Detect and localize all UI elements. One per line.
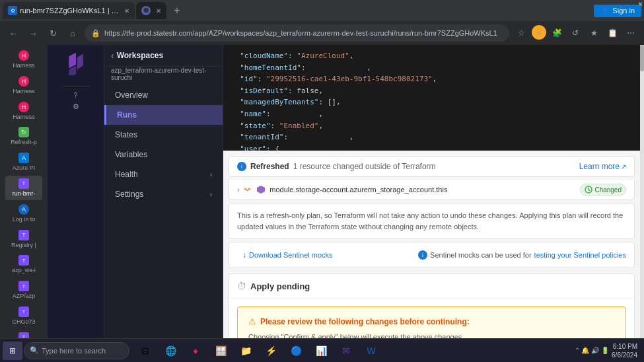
nav-variables[interactable]: Variables (104, 145, 223, 164)
tab2-close-btn[interactable]: ✕ (156, 7, 161, 15)
sidebar-harness1[interactable]: H Harness ✕ (5, 48, 42, 72)
taskbar-app-view[interactable]: ⊟ (133, 342, 157, 360)
azpazp-icon: T (18, 332, 29, 338)
reload-btn[interactable]: ↻ (45, 25, 61, 41)
harness3-icon: H (18, 102, 29, 112)
sidebar-loginto1[interactable]: A Log in to ✕ (5, 201, 42, 226)
learn-more-link[interactable]: Learn more ↗ (579, 162, 626, 171)
taskbar-app-4[interactable]: 🪟 (209, 342, 233, 360)
extensions-icon[interactable]: 🧩 (549, 25, 565, 41)
sidebar-hcp[interactable]: T AZP/azp ✕ (5, 278, 42, 303)
sidebar-harness2[interactable]: H Harness ✕ (5, 73, 42, 98)
taskbar-tray: ⌃ 🔔 🔊 🔋 6:10 PM 6/6/2024 (571, 342, 641, 359)
refresh-page-icon[interactable]: ↺ (567, 25, 583, 41)
apply-clock-icon: ⏱ (237, 281, 246, 291)
taskbar-datetime: 6:10 PM 6/6/2024 (612, 342, 637, 359)
tab-favicon: ⚙ (8, 6, 17, 15)
sidebar-refresh[interactable]: ↻ Refresh-p ✕ (5, 124, 42, 149)
sidebar-run-bmr[interactable]: T run-bmr- ✕ (5, 176, 42, 200)
registry-label: Registry | (11, 242, 36, 249)
bookmark-icon[interactable]: ☆ (513, 25, 529, 41)
left-nav-panel: ‹ Workspaces azp_terraform-azurerm-dev-t… (104, 45, 223, 338)
help-icon-area[interactable]: ? (74, 92, 78, 100)
taskbar-app-3[interactable]: ♦ (184, 342, 207, 360)
more-btn[interactable]: ⋯ (623, 25, 639, 41)
nav-overview[interactable]: Overview (104, 85, 223, 105)
left-nav-header: ‹ Workspaces (104, 45, 223, 67)
changed-row: › module.storage-account.azurerm_storage… (229, 180, 635, 200)
browser-toolbar: ← → ↻ ⌂ 🔒 https://tfe-prod.statestr.com/… (0, 21, 644, 45)
sentinel-info-icon: i (418, 250, 427, 260)
download-sentinel-btn[interactable]: ↓ Download Sentinel mocks (237, 248, 338, 262)
sidebar-registry[interactable]: T Registry | ✕ (5, 227, 42, 252)
changed-left: › module.storage-account.azurerm_storage… (237, 185, 447, 194)
new-tab-btn[interactable]: + (169, 3, 185, 18)
workspace-back-btn[interactable]: ‹ (111, 50, 114, 61)
sidebar-azure-pi[interactable]: A Azure PI ✕ (5, 150, 42, 174)
address-text: https://tfe-prod.statestr.com/app/AZP/wo… (104, 29, 497, 37)
sentinel-link[interactable]: testing your Sentinel policies (534, 251, 626, 259)
warning-box: ⚠ Please review the following changes be… (237, 307, 626, 338)
code-line-6: "name": , (231, 108, 632, 120)
taskbar-search[interactable]: 🔍 Type here to search (24, 342, 129, 359)
browser-tab-2[interactable]: 🌑 ✕ (136, 2, 166, 19)
settings-icon[interactable]: ⚙ (73, 102, 79, 111)
search-icon: 🔍 (30, 346, 39, 355)
favorites-icon[interactable]: ★ (586, 25, 602, 41)
sentinel-info: i Sentinel mocks can be used for testing… (418, 250, 626, 260)
azpws-icon: T (18, 255, 29, 266)
loginto1-label: Log in to (13, 216, 36, 223)
taskbar-app-8[interactable]: 📊 (309, 342, 333, 360)
right-scrollbar[interactable] (640, 45, 644, 338)
sidebar-harness3[interactable]: H Harness ✕ (5, 99, 42, 124)
home-btn[interactable]: ⌂ (65, 25, 81, 41)
browser-tab-active[interactable]: ⚙ run-bmr7SZZgGHoWKsL1 | Runs | azp_terr… (3, 2, 135, 19)
tab-close-btn[interactable]: ✕ (124, 7, 129, 15)
code-line-5: "managedByTenants": [], (231, 96, 632, 108)
sidebar-azpws[interactable]: T azp_ws-i ✕ (5, 252, 42, 277)
sign-in-icon: 👤 (600, 7, 610, 15)
sign-in-button[interactable]: 👤 Sign in (594, 5, 641, 17)
scroll-thumb[interactable] (640, 45, 644, 71)
taskbar-app-5[interactable]: 📁 (234, 342, 258, 360)
refresh-label: Refresh-p (11, 139, 37, 146)
taskbar-app-word[interactable]: W (359, 342, 383, 360)
collections-icon[interactable]: 📋 (604, 25, 620, 41)
tab-bar: ⚙ run-bmr7SZZgGHoWKsL1 | Runs | azp_terr… (0, 0, 644, 21)
harness2-label: Harness (13, 88, 35, 95)
taskbar-apps: ⊟ 🌐 ♦ 🪟 📁 ⚡ 🔵 📊 ✉ W (133, 342, 383, 360)
info-icon: i (237, 162, 246, 171)
start-menu-btn[interactable]: ⊞ (3, 342, 22, 360)
forward-nav-btn[interactable]: → (25, 25, 41, 41)
taskbar-app-9[interactable]: ✉ (334, 342, 358, 360)
nav-health[interactable]: Health › (104, 164, 223, 184)
svg-marker-0 (257, 186, 265, 194)
address-bar[interactable]: 🔒 https://tfe-prod.statestr.com/app/AZP/… (85, 24, 509, 42)
expand-btn[interactable]: › (237, 186, 239, 194)
back-nav-btn[interactable]: ← (5, 25, 21, 41)
sidebar-chg[interactable]: T CHG073 ✕ (5, 304, 42, 328)
download-icon: ↓ (242, 250, 246, 260)
apply-pending-header: ⏱ Apply pending (229, 274, 634, 299)
sidebar-azpazp[interactable]: T AZP/azp ✕ (5, 330, 42, 338)
taskbar-app-7[interactable]: 🔵 (284, 342, 308, 360)
nav-runs[interactable]: Runs (104, 105, 223, 125)
wave-icon (243, 185, 252, 194)
tab-title: run-bmr7SZZgGHoWKsL1 | Runs | azp_terraf… (20, 7, 119, 15)
profile-icon[interactable]: V (532, 25, 546, 40)
harness1-label: Harness (13, 62, 35, 69)
harness3-label: Harness (13, 114, 35, 121)
nav-settings[interactable]: Settings › (104, 184, 223, 204)
azure-icon: A (18, 153, 29, 163)
workspaces-link[interactable]: Workspaces (117, 51, 163, 60)
taskbar-app-6[interactable]: ⚡ (259, 342, 283, 360)
warning-header: ⚠ Please review the following changes be… (248, 316, 615, 326)
taskbar-app-browser[interactable]: 🌐 (159, 342, 182, 360)
warning-triangle-icon: ⚠ (248, 316, 256, 326)
apply-pending-section: ⏱ Apply pending ⚠ Please review the foll… (229, 273, 635, 338)
terraform-module-icon (256, 185, 266, 194)
content-scroll-area[interactable]: i Refreshed 1 resource changed outside o… (223, 151, 640, 338)
nav-states[interactable]: States (104, 125, 223, 145)
apply-title: Apply pending (250, 281, 310, 291)
refreshed-left: i Refreshed 1 resource changed outside o… (237, 162, 436, 171)
